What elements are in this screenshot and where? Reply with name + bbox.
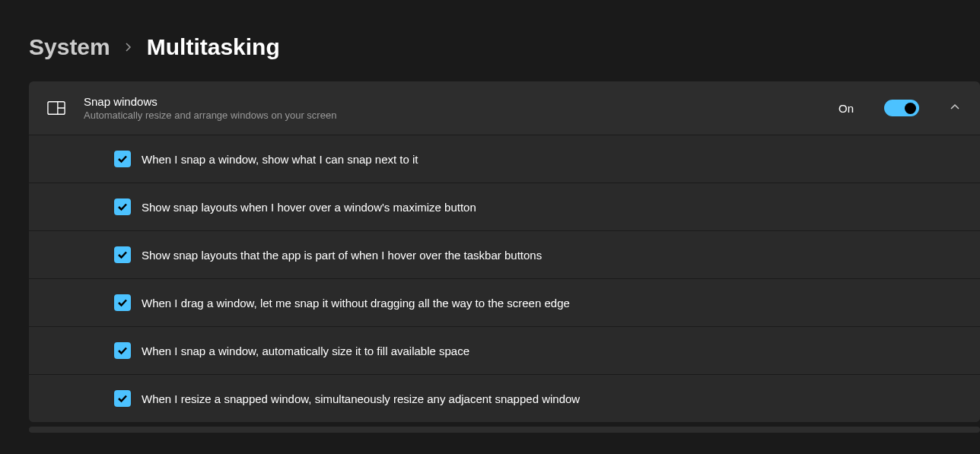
snap-layout-icon <box>47 99 65 117</box>
option-checkbox[interactable] <box>114 246 131 263</box>
snap-option-row: When I resize a snapped window, simultan… <box>29 374 980 422</box>
breadcrumb: System Multitasking <box>0 0 980 81</box>
breadcrumb-current: Multitasking <box>147 34 280 60</box>
toggle-state-label: On <box>838 102 854 115</box>
option-label: When I snap a window, automatically size… <box>142 344 469 357</box>
snap-option-row: When I drag a window, let me snap it wit… <box>29 278 980 326</box>
snap-windows-header[interactable]: Snap windows Automatically resize and ar… <box>29 81 980 135</box>
option-checkbox[interactable] <box>114 294 131 311</box>
option-checkbox[interactable] <box>114 198 131 215</box>
chevron-right-icon <box>124 40 133 56</box>
option-label: When I snap a window, show what I can sn… <box>142 153 418 166</box>
snap-windows-card: Snap windows Automatically resize and ar… <box>29 81 980 422</box>
breadcrumb-parent-link[interactable]: System <box>29 34 110 60</box>
toggle-thumb <box>905 103 916 114</box>
snap-windows-title: Snap windows <box>84 95 820 108</box>
chevron-up-icon[interactable] <box>950 102 962 114</box>
option-label: When I drag a window, let me snap it wit… <box>142 297 570 310</box>
option-label: Show snap layouts that the app is part o… <box>142 249 542 262</box>
snap-option-row: Show snap layouts when I hover over a wi… <box>29 183 980 230</box>
next-setting-card[interactable] <box>29 427 980 433</box>
snap-windows-title-group: Snap windows Automatically resize and ar… <box>84 95 820 121</box>
snap-windows-description: Automatically resize and arrange windows… <box>84 110 820 121</box>
option-label: Show snap layouts when I hover over a wi… <box>142 201 476 214</box>
snap-option-row: When I snap a window, show what I can sn… <box>29 135 980 183</box>
option-checkbox[interactable] <box>114 151 131 167</box>
snap-windows-toggle[interactable] <box>884 100 919 116</box>
option-checkbox[interactable] <box>114 390 131 407</box>
option-label: When I resize a snapped window, simultan… <box>142 392 580 405</box>
snap-option-row: Show snap layouts that the app is part o… <box>29 230 980 278</box>
option-checkbox[interactable] <box>114 342 131 359</box>
snap-option-row: When I snap a window, automatically size… <box>29 326 980 374</box>
